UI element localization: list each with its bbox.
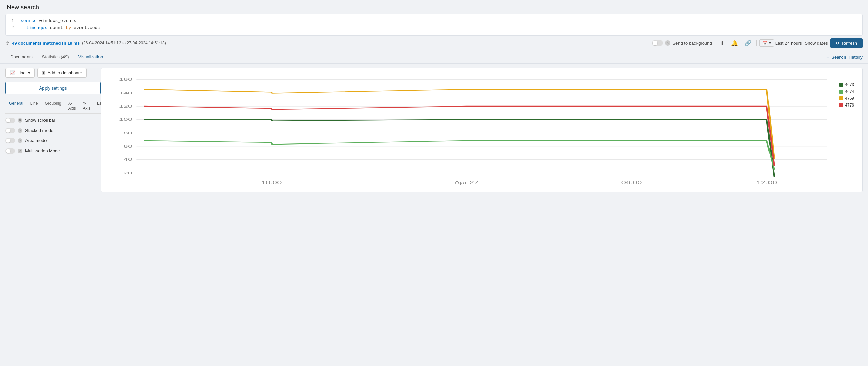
query-line-2: 2 | timeaggs count by event.code [11, 25, 857, 32]
tabs-row: Documents Statistics (49) Visualization … [0, 51, 868, 64]
settings-tab-general[interactable]: General [5, 99, 27, 113]
clock-icon: ⏱ [5, 41, 10, 46]
tab-statistics[interactable]: Statistics (49) [37, 51, 74, 63]
query-value: windows_events [39, 18, 76, 23]
line-label: Line [17, 70, 26, 75]
search-history-btn[interactable]: ≡ Search History [826, 54, 863, 60]
send-to-background-wrap: ✕ Send to background [652, 40, 712, 46]
line-chart-icon: 📈 [10, 70, 15, 75]
chart-area: 160 140 120 100 80 60 40 20 18:00 Apr 27… [101, 68, 863, 192]
multi-series-x[interactable]: ✕ [18, 149, 22, 153]
tab-documents-label: Documents [10, 54, 33, 59]
apply-settings-btn[interactable]: Apply settings [5, 82, 101, 94]
list-icon: ≡ [826, 54, 829, 60]
settings-tabs: General Line Grouping X-Axis Y-Axis Lege… [5, 99, 101, 114]
svg-text:80: 80 [123, 131, 132, 135]
svg-text:160: 160 [119, 77, 133, 82]
svg-text:06:00: 06:00 [621, 180, 642, 185]
multi-series-label: Multi-series Mode [25, 148, 60, 153]
toolbar: ⏱ 49 documents matched in 19 ms (26-04-2… [0, 36, 868, 51]
settings-tab-grouping[interactable]: Grouping [41, 99, 65, 113]
toolbar-left: ⏱ 49 documents matched in 19 ms (26-04-2… [5, 41, 649, 46]
send-bg-toggle[interactable] [652, 40, 663, 46]
query-editor[interactable]: 1 source windows_events 2 | timeaggs cou… [5, 14, 863, 36]
dashboard-icon: ⊞ [42, 70, 46, 75]
line-num-2: 2 [11, 25, 17, 32]
tab-visualization-label: Visualization [78, 54, 103, 59]
legend-label-4674: 4674 [845, 89, 854, 94]
legend-label-4769: 4769 [845, 96, 854, 101]
svg-text:140: 140 [119, 91, 133, 95]
kw-by: by [66, 25, 71, 31]
multi-series-toggle[interactable] [5, 148, 15, 154]
line-select-btn[interactable]: 📈 Line ▾ [5, 68, 35, 78]
legend-label-4776: 4776 [845, 103, 854, 108]
page-container: New search 1 source windows_events 2 | t… [0, 0, 868, 366]
query-line-1: 1 source windows_events [11, 18, 857, 25]
kw-source: source [21, 18, 37, 23]
chevron-down-icon: ▾ [28, 70, 30, 75]
chart-controls: 📈 Line ▾ ⊞ Add to dashboard [5, 68, 101, 78]
settings-tab-yaxis[interactable]: Y-Axis [79, 99, 94, 113]
search-history-label: Search History [831, 55, 863, 60]
match-info: 49 documents matched in 19 ms [12, 41, 80, 46]
refresh-label: Refresh [842, 41, 857, 46]
chart-legend: 4673 4674 4769 4776 [839, 82, 854, 108]
scroll-bar-x[interactable]: ✕ [18, 118, 22, 123]
chart-svg-container: 160 140 120 100 80 60 40 20 18:00 Apr 27… [106, 72, 857, 188]
scroll-bar-label: Show scroll bar [25, 118, 55, 123]
legend-4674: 4674 [839, 89, 854, 94]
stacked-x[interactable]: ✕ [18, 128, 22, 133]
left-panel: 📈 Line ▾ ⊞ Add to dashboard Apply settin… [5, 68, 101, 192]
kw-count: count [50, 25, 63, 31]
refresh-icon: ↻ [836, 41, 839, 46]
chart-svg: 160 140 120 100 80 60 40 20 18:00 Apr 27… [106, 72, 857, 188]
calendar-icon: 📅 [762, 41, 767, 45]
toggle-x-btn[interactable]: ✕ [665, 40, 670, 46]
add-dashboard-btn[interactable]: ⊞ Add to dashboard [37, 68, 87, 78]
search-history-wrap: ≡ Search History [826, 54, 863, 60]
stacked-toggle[interactable] [5, 128, 15, 133]
upload-icon-btn[interactable]: ⬆ [718, 39, 726, 48]
settings-tab-xaxis[interactable]: X-Axis [65, 99, 79, 113]
chevron-down-icon: ▾ [769, 41, 771, 45]
settings-tab-line[interactable]: Line [27, 99, 41, 113]
scroll-bar-toggle[interactable] [5, 118, 15, 123]
link-icon-btn[interactable]: 🔗 [743, 39, 754, 48]
settings-options: ✕ Show scroll bar ✕ Stacked mode ✕ Area … [5, 118, 101, 154]
match-detail: (26-04-2024 14:51:13 to 27-04-2024 14:51… [82, 41, 166, 45]
time-range-label: Last 24 hours [775, 41, 802, 46]
legend-label-4673: 4673 [845, 82, 854, 87]
pipe-char: | [21, 25, 23, 31]
tab-statistics-label: Statistics (49) [42, 54, 69, 59]
area-x[interactable]: ✕ [18, 138, 22, 143]
svg-text:12:00: 12:00 [756, 180, 777, 185]
setting-scroll-bar: ✕ Show scroll bar [5, 118, 101, 123]
area-toggle[interactable] [5, 138, 15, 143]
legend-color-4674 [839, 90, 843, 94]
settings-tab-grouping-label: Grouping [44, 101, 61, 106]
legend-color-4673 [839, 83, 843, 87]
legend-4769: 4769 [839, 96, 854, 101]
time-range-wrap: 📅 ▾ Last 24 hours [759, 39, 802, 47]
settings-tab-general-label: General [9, 101, 23, 106]
stacked-label: Stacked mode [25, 128, 53, 133]
send-bg-label: Send to background [672, 41, 712, 46]
separator-2 [756, 40, 757, 46]
refresh-btn[interactable]: ↻ Refresh [830, 38, 863, 48]
page-header: New search [0, 0, 868, 14]
settings-tab-line-label: Line [30, 101, 38, 106]
setting-area: ✕ Area mode [5, 138, 101, 143]
legend-4776: 4776 [839, 103, 854, 108]
calendar-btn[interactable]: 📅 ▾ [759, 39, 774, 47]
bell-icon-btn[interactable]: 🔔 [729, 39, 740, 48]
show-dates-btn[interactable]: Show dates [805, 41, 828, 46]
settings-tab-yaxis-label: Y-Axis [83, 101, 90, 111]
main-content: 📈 Line ▾ ⊞ Add to dashboard Apply settin… [0, 64, 868, 196]
tab-visualization[interactable]: Visualization [74, 51, 108, 63]
tab-documents[interactable]: Documents [5, 51, 37, 63]
svg-text:20: 20 [123, 171, 132, 175]
svg-text:Apr 27: Apr 27 [454, 180, 479, 185]
svg-text:18:00: 18:00 [261, 180, 282, 185]
svg-text:60: 60 [123, 144, 132, 148]
